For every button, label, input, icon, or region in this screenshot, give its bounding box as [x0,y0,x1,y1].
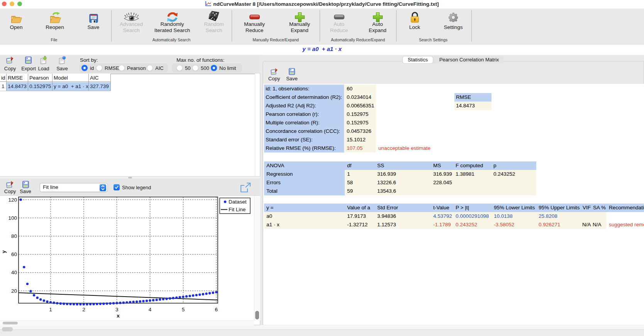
svg-text:20: 20 [11,288,17,294]
svg-text:2: 2 [82,307,85,312]
svg-text:100: 100 [8,215,17,221]
svg-text:5: 5 [182,307,185,312]
svg-text:120: 120 [8,197,17,203]
svg-text:6: 6 [215,307,218,312]
svg-text:3: 3 [115,307,119,312]
svg-text:x: x [117,313,120,319]
svg-text:40: 40 [11,270,17,275]
svg-text:Dataset: Dataset [229,199,247,205]
svg-text:80: 80 [11,233,17,239]
svg-text:1: 1 [49,307,52,312]
svg-text:60: 60 [11,251,17,257]
svg-text:y: y [1,250,7,253]
svg-text:Fit Line: Fit Line [229,207,246,212]
svg-text:4: 4 [149,307,152,312]
